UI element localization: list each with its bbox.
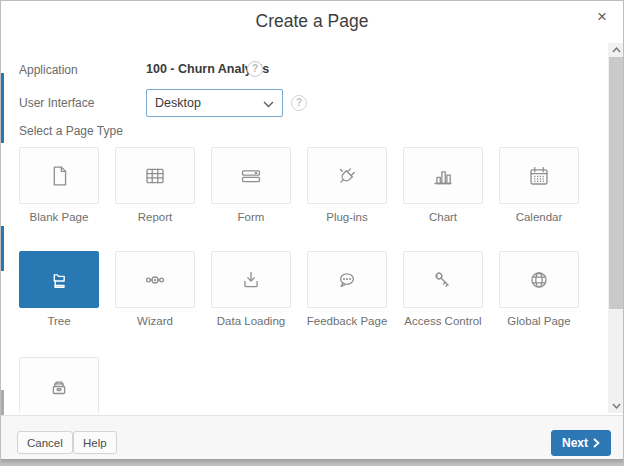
page-type-grid-row-3	[19, 357, 99, 413]
chevron-down-icon	[263, 101, 274, 108]
wizard-steps-icon	[140, 265, 170, 295]
page-type-tile-chart[interactable]	[403, 147, 483, 204]
data-loading-icon	[236, 265, 266, 295]
blank-page-icon	[44, 161, 74, 191]
page-type-tile-tree[interactable]	[19, 251, 99, 308]
tile-label: Access Control	[404, 315, 481, 327]
page-type-tile-calendar[interactable]	[499, 147, 579, 204]
tile-label: Data Loading	[217, 315, 285, 327]
vertical-scrollbar[interactable]	[608, 43, 624, 413]
tile-label: Chart	[429, 211, 457, 223]
user-interface-selected-value: Desktop	[155, 96, 201, 110]
form-fields-icon	[236, 161, 266, 191]
help-button[interactable]: Help	[73, 431, 117, 454]
tile-label: Wizard	[137, 315, 173, 327]
background-edge-artifact	[1, 73, 4, 143]
tree-hierarchy-icon	[44, 265, 74, 295]
scrollbar-thumb[interactable]	[609, 57, 623, 309]
close-icon[interactable]: ×	[591, 6, 613, 28]
page-type-tile-wizard[interactable]	[115, 251, 195, 308]
cancel-button[interactable]: Cancel	[17, 431, 73, 454]
scroll-down-icon[interactable]	[608, 399, 624, 413]
user-interface-help-icon[interactable]: ?	[291, 95, 307, 111]
page-type-grid-row-1: Blank Page Report Form	[19, 147, 579, 223]
create-page-dialog: Create a Page × Application 100 - Churn …	[0, 0, 624, 466]
page-type-tile-blank-page[interactable]	[19, 147, 99, 204]
page-type-tile-report[interactable]	[115, 147, 195, 204]
calendar-icon	[524, 161, 554, 191]
application-help-icon[interactable]: ?	[247, 61, 263, 77]
background-edge-artifact	[1, 226, 4, 271]
tile-label: Blank Page	[30, 211, 89, 223]
tile-label: Feedback Page	[307, 315, 388, 327]
page-type-grid-row-2: Tree Wizard Data Loading	[19, 251, 579, 327]
user-interface-label: User Interface	[19, 96, 94, 110]
dialog-footer: Cancel Help Next	[1, 415, 623, 460]
page-type-tile-global-page[interactable]	[499, 251, 579, 308]
page-type-tile-feedback-page[interactable]	[307, 251, 387, 308]
next-button[interactable]: Next	[551, 430, 611, 456]
feedback-bubble-icon	[332, 265, 362, 295]
next-button-label: Next	[562, 436, 588, 450]
bar-chart-icon	[428, 161, 458, 191]
user-interface-select[interactable]: Desktop	[146, 89, 283, 117]
tile-label: Form	[238, 211, 265, 223]
key-icon	[428, 265, 458, 295]
globe-icon	[524, 265, 554, 295]
plug-icon	[332, 161, 362, 191]
chevron-right-icon	[593, 438, 600, 448]
window-bottom-edge	[1, 459, 623, 466]
archive-box-icon	[44, 371, 74, 401]
page-type-tile-plug-ins[interactable]	[307, 147, 387, 204]
tile-label: Calendar	[516, 211, 563, 223]
report-table-icon	[140, 161, 170, 191]
select-page-type-label: Select a Page Type	[19, 124, 123, 138]
scroll-up-icon[interactable]	[608, 43, 624, 57]
tile-label: Tree	[47, 315, 70, 327]
page-type-tile-partial[interactable]	[19, 357, 99, 413]
tile-label: Report	[138, 211, 173, 223]
dialog-title: Create a Page	[1, 11, 623, 32]
tile-label: Global Page	[507, 315, 570, 327]
page-type-tile-data-loading[interactable]	[211, 251, 291, 308]
application-label: Application	[19, 63, 78, 77]
page-type-tile-form[interactable]	[211, 147, 291, 204]
page-type-tile-access-control[interactable]	[403, 251, 483, 308]
tile-label: Plug-ins	[326, 211, 368, 223]
